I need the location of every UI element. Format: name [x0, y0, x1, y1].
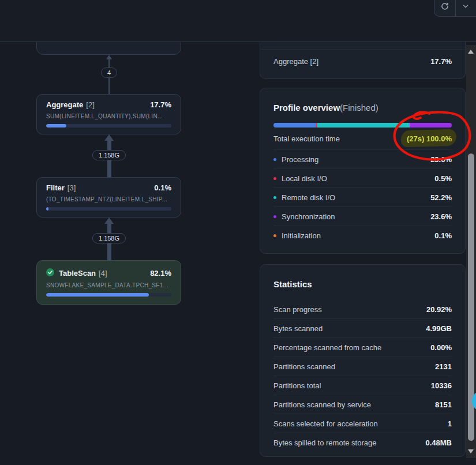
- top-bar: [0, 0, 476, 42]
- row-label: Scans selected for acceleration: [273, 419, 378, 428]
- node-title-row: Aggregate [2] 17.7%: [46, 100, 171, 109]
- node-progress-track: [46, 124, 171, 127]
- bar-segment-processing: [273, 123, 316, 127]
- stat-row-percentage-cache: Percentage scanned from cache 0.00%: [273, 338, 452, 357]
- dag-node-filter[interactable]: Filter [3] 0.1% (TO_TIMESTAMP_NTZ(LINEIT…: [36, 177, 181, 217]
- node-detail: SUM(LINEITEM.L_QUANTITY),SUM(LIN...: [46, 113, 171, 119]
- node-progress-track: [46, 207, 171, 211]
- row-value: 2131: [435, 362, 452, 371]
- check-circle-icon: [46, 268, 54, 278]
- edge-rowcount-badge: 1.158G: [92, 233, 126, 243]
- legend-dot: [273, 158, 276, 161]
- dag-node-aggregate[interactable]: Aggregate [2] 17.7% SUM(LINEITEM.L_QUANT…: [36, 94, 181, 134]
- legend-dot: [273, 196, 276, 199]
- profile-row-local-disk-io: Local disk I/O 0.5%: [273, 169, 452, 188]
- node-percent: 0.1%: [154, 183, 171, 192]
- stat-row-partitions-scanned: Partitions scanned 2131: [273, 357, 452, 376]
- total-execution-time-row: Total execution time (27s) 100.0%: [273, 127, 452, 150]
- profile-row-initialization: Initialization 0.1%: [273, 226, 452, 245]
- expand-options-button[interactable]: [455, 0, 476, 16]
- row-label: Partitions scanned by service: [273, 400, 371, 409]
- profile-row-remote-disk-io: Remote disk I/O 52.2%: [273, 188, 452, 207]
- row-value: 0.00%: [430, 343, 452, 352]
- dag-node-tablescan[interactable]: TableScan [4] 82.1% SNOWFLAKE_SAMPLE_DAT…: [36, 260, 181, 305]
- row-label: Initialization: [282, 231, 321, 240]
- row-value: 23.6%: [430, 155, 452, 164]
- row-label: Bytes scanned: [273, 324, 323, 333]
- legend-dot: [273, 177, 276, 180]
- row-label: Processing: [282, 155, 318, 164]
- row-value: 52.2%: [430, 193, 452, 202]
- edge-rowcount-badge: 1.158G: [92, 150, 126, 160]
- profile-row-synchronization: Synchronization 23.6%: [273, 207, 452, 226]
- query-profile-page: 4 Aggregate [2] 17.7% SUM(LINEITEM.L_QUA…: [0, 0, 476, 465]
- refresh-icon: [440, 2, 449, 11]
- expensive-node-row[interactable]: Aggregate [2] 17.7%: [260, 50, 465, 73]
- row-label: Remote disk I/O: [282, 193, 335, 202]
- row-value: 4.99GB: [426, 324, 452, 333]
- node-progress-fill: [46, 124, 66, 127]
- row-label: Percentage scanned from cache: [273, 343, 381, 352]
- profile-status: (Finished): [340, 103, 378, 112]
- node-percent: 17.7%: [150, 100, 171, 109]
- row-label: Partitions scanned: [273, 362, 335, 371]
- node-progress-fill: [46, 293, 149, 297]
- node-index: [2]: [86, 100, 94, 109]
- node-detail: (TO_TIMESTAMP_NTZ(LINEITEM.L_SHIP...: [46, 196, 171, 202]
- row-label: Synchronization: [282, 212, 335, 221]
- row-label: Scan progress: [273, 305, 322, 314]
- node-title-row: Filter [3] 0.1%: [46, 183, 171, 192]
- node-title-row: TableScan [4] 82.1%: [46, 268, 171, 278]
- bar-segment-remote-disk-io: [317, 123, 410, 127]
- row-value: 10336: [431, 381, 452, 390]
- stat-row-bytes-scanned: Bytes scanned 4.99GB: [273, 319, 452, 338]
- scroll-down-arrow-icon[interactable]: [468, 449, 474, 453]
- row-value: (27s) 100.0%: [407, 134, 452, 143]
- node-index: [3]: [68, 183, 76, 192]
- execution-time-stacked-bar: [273, 123, 452, 127]
- scroll-up-arrow-icon[interactable]: [468, 50, 474, 54]
- row-label: Total execution time: [273, 134, 340, 143]
- refresh-button[interactable]: [434, 0, 455, 16]
- row-value: 20.92%: [426, 305, 452, 314]
- edge-arrowhead: [104, 134, 114, 141]
- row-label: Local disk I/O: [282, 174, 327, 183]
- statistics-title: Statistics: [273, 279, 452, 290]
- row-label: Bytes spilled to remote storage: [273, 438, 376, 447]
- legend-dot: [273, 215, 276, 218]
- node-index: [4]: [99, 269, 107, 278]
- chevron-down-icon: [462, 2, 470, 10]
- edge-arrowhead: [104, 217, 114, 224]
- row-value: 0.1%: [434, 231, 452, 240]
- node-progress-track: [46, 293, 171, 297]
- stat-row-scans-acceleration: Scans selected for acceleration 1: [273, 414, 452, 433]
- row-value: 0.48MB: [425, 438, 452, 447]
- node-percent: 82.1%: [150, 269, 171, 278]
- node-name: Aggregate: [46, 100, 83, 109]
- row-label: Partitions total: [273, 381, 321, 390]
- node-progress-fill: [46, 207, 48, 211]
- edge-arrowhead: [106, 55, 112, 59]
- row-value: 17.7%: [430, 57, 452, 66]
- node-name: TableScan: [59, 269, 96, 278]
- bar-segment-synchronization: [410, 123, 452, 127]
- edge-rowcount-badge: 4: [101, 68, 117, 78]
- row-label: Aggregate [2]: [273, 57, 318, 66]
- statistics-card: Statistics Scan progress 20.92% Bytes sc…: [260, 264, 466, 457]
- stat-row-partitions-total: Partitions total 10336: [273, 376, 452, 395]
- node-detail: SNOWFLAKE_SAMPLE_DATA.TPCH_SF1...: [46, 282, 171, 288]
- node-name: Filter: [46, 183, 65, 192]
- profile-overview-title: Profile overview(Finished): [273, 102, 452, 114]
- statistics-rows: Scan progress 20.92% Bytes scanned 4.99G…: [273, 300, 452, 452]
- stat-row-partitions-by-service: Partitions scanned by service 8151: [273, 395, 452, 414]
- row-value: 1: [448, 419, 452, 428]
- legend-dot: [273, 234, 276, 237]
- stat-row-bytes-spilled: Bytes spilled to remote storage 0.48MB: [273, 433, 452, 452]
- profile-row-processing: Processing 23.6%: [273, 150, 452, 169]
- profile-overview-card: Profile overview(Finished) Total executi…: [260, 88, 466, 254]
- refresh-button-group: [434, 0, 476, 17]
- stat-row-scan-progress: Scan progress 20.92%: [273, 300, 452, 319]
- row-value: 8151: [435, 400, 452, 409]
- row-value: 23.6%: [430, 212, 452, 221]
- row-value: 0.5%: [434, 174, 452, 183]
